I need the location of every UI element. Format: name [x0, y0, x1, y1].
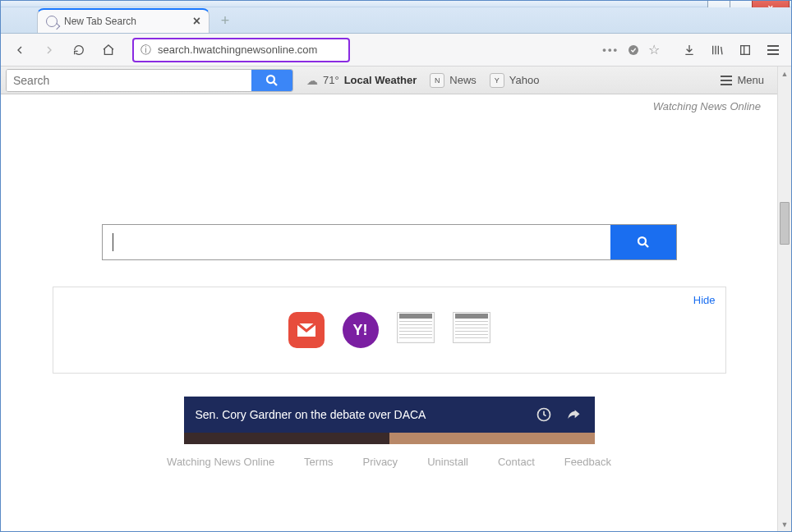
share-icon[interactable]: [564, 405, 583, 424]
svg-point-3: [638, 237, 646, 245]
viewport: ☁ 71° Local Weather N News Y Yahoo Menu …: [1, 66, 791, 531]
vertical-scrollbar[interactable]: ▲ ▼: [777, 66, 791, 531]
search-icon: [46, 16, 58, 27]
footer-link[interactable]: Watching News Online: [167, 456, 274, 468]
main-search-button[interactable]: [610, 225, 676, 259]
library-button[interactable]: [706, 39, 729, 62]
page-actions-icon[interactable]: •••: [602, 44, 619, 56]
watch-later-icon[interactable]: [534, 405, 554, 424]
brand-strip: Watching News Online: [1, 94, 777, 117]
scroll-down-icon[interactable]: ▼: [778, 517, 791, 531]
footer-link[interactable]: Contact: [498, 456, 535, 468]
url-bar-wrap: ⓘ search.hwatchingnewsonline.com ••• ☆: [132, 38, 666, 62]
hide-link[interactable]: Hide: [693, 294, 716, 306]
back-button[interactable]: [7, 38, 32, 62]
video-header: Sen. Cory Gardner on the debate over DAC…: [184, 397, 595, 433]
footer-link[interactable]: Feedback: [564, 456, 611, 468]
new-tab-button[interactable]: +: [214, 11, 236, 30]
scrollbar-thumb[interactable]: [780, 202, 790, 245]
weather-temp: 71°: [323, 74, 339, 86]
news-label: News: [449, 74, 477, 86]
home-button[interactable]: [96, 38, 121, 62]
weather-icon: ☁: [306, 74, 318, 87]
forward-button[interactable]: [37, 38, 62, 62]
news-link[interactable]: N News: [430, 73, 477, 88]
newspaper-icon[interactable]: [397, 312, 435, 343]
quicklinks-card: Hide Y!: [53, 287, 726, 374]
page-content: ☁ 71° Local Weather N News Y Yahoo Menu …: [1, 66, 777, 531]
url-text: search.hwatchingnewsonline.com: [158, 44, 317, 56]
footer-link[interactable]: Terms: [304, 456, 333, 468]
gmail-icon[interactable]: [288, 312, 325, 348]
page-menu-button[interactable]: Menu: [721, 74, 764, 86]
url-actions: ••• ☆: [350, 38, 666, 62]
brand-text: Watching News Online: [653, 100, 761, 112]
sidebar-button[interactable]: [734, 39, 757, 62]
window-titlebar: ── ▭ ✕: [1, 1, 791, 7]
tab-strip: New Tab Search × +: [1, 7, 791, 34]
menu-label: Menu: [737, 74, 764, 86]
reload-button[interactable]: [67, 38, 91, 62]
toolbar-search-button[interactable]: [251, 70, 292, 91]
tab-new-tab-search[interactable]: New Tab Search ×: [37, 8, 210, 33]
main-search: [102, 224, 677, 260]
weather-label: Local Weather: [344, 74, 417, 86]
toolbar-search: [6, 69, 293, 92]
svg-point-2: [267, 76, 274, 83]
shield-icon[interactable]: [627, 44, 640, 57]
browser-toolbar: ⓘ search.hwatchingnewsonline.com ••• ☆: [1, 34, 791, 66]
site-info-icon[interactable]: ⓘ: [140, 43, 151, 57]
page-toolbar: ☁ 71° Local Weather N News Y Yahoo Menu: [1, 66, 777, 94]
svg-rect-1: [741, 45, 750, 54]
tab-close-icon[interactable]: ×: [193, 14, 200, 29]
yahoo-app-icon[interactable]: Y!: [343, 312, 379, 348]
downloads-button[interactable]: [678, 39, 701, 62]
url-bar[interactable]: ⓘ search.hwatchingnewsonline.com: [132, 38, 350, 62]
hamburger-icon: [767, 45, 779, 55]
yahoo-icon: Y: [490, 73, 504, 88]
video-title: Sen. Cory Gardner on the debate over DAC…: [196, 408, 524, 421]
main-area: Hide Y! Sen. Cory Gardner on the debate …: [1, 117, 777, 468]
hamburger-icon: [721, 76, 732, 85]
newspaper-icon[interactable]: [453, 312, 490, 343]
footer-link[interactable]: Privacy: [363, 456, 398, 468]
yahoo-link[interactable]: Y Yahoo: [490, 73, 540, 88]
video-widget: Sen. Cory Gardner on the debate over DAC…: [184, 397, 595, 444]
news-icon: N: [430, 73, 444, 88]
footer-link[interactable]: Uninstall: [427, 456, 468, 468]
footer-links: Watching News Online Terms Privacy Unins…: [167, 444, 611, 468]
tab-title: New Tab Search: [64, 16, 180, 27]
yahoo-label: Yahoo: [509, 74, 540, 86]
video-thumbnail[interactable]: [184, 433, 595, 444]
scroll-up-icon[interactable]: ▲: [778, 66, 791, 80]
bookmark-star-icon[interactable]: ☆: [648, 42, 660, 57]
weather-link[interactable]: ☁ 71° Local Weather: [306, 74, 417, 87]
toolbar-search-input[interactable]: [7, 70, 251, 91]
svg-point-0: [629, 45, 638, 55]
menu-button[interactable]: [762, 39, 785, 62]
